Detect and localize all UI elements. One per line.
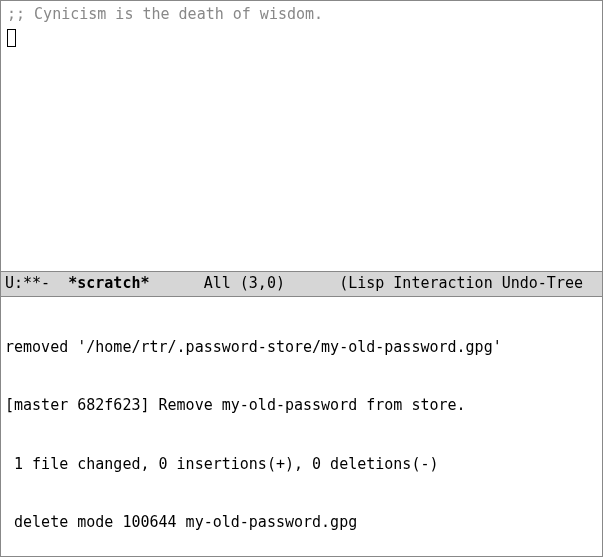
mode-line-modes: (Lisp Interaction Undo-Tree <box>339 274 583 292</box>
mode-line-gap1 <box>150 274 204 292</box>
mode-line-buffer-name: *scratch* <box>68 274 149 292</box>
echo-area: removed '/home/rtr/.password-store/my-ol… <box>1 297 602 557</box>
text-cursor <box>7 29 16 47</box>
echo-line-2: [master 682f623] Remove my-old-password … <box>5 396 598 416</box>
echo-line-1: removed '/home/rtr/.password-store/my-ol… <box>5 338 598 358</box>
cursor-line <box>7 29 596 49</box>
mode-line-gap2 <box>285 274 339 292</box>
echo-line-3: 1 file changed, 0 insertions(+), 0 delet… <box>5 455 598 475</box>
mode-line[interactable]: U:**- *scratch* All (3,0) (Lisp Interact… <box>1 271 602 297</box>
scratch-comment: ;; Cynicism is the death of wisdom. <box>7 5 596 25</box>
mode-line-position: All (3,0) <box>204 274 285 292</box>
mode-line-status: U:**- <box>5 274 68 292</box>
echo-line-4: delete mode 100644 my-old-password.gpg <box>5 513 598 533</box>
scratch-buffer[interactable]: ;; Cynicism is the death of wisdom. <box>1 1 602 271</box>
